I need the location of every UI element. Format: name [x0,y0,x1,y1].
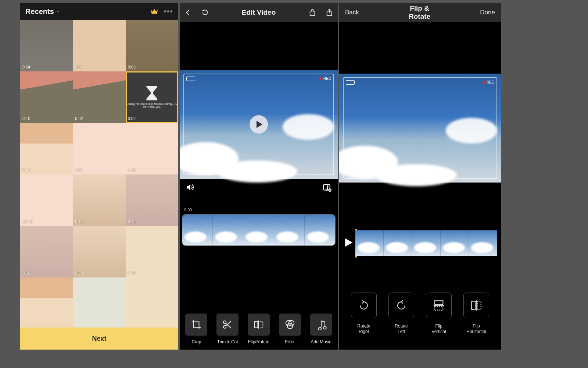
svg-rect-10 [435,301,443,304]
music-library-icon[interactable] [322,183,332,194]
more-icon[interactable]: ••• [164,7,173,16]
op-flip-horizontal[interactable]: FlipHorizontal [463,293,489,335]
media-thumb-selected[interactable]: Looking for record band Murdock. Kindly.… [126,71,178,123]
volume-icon[interactable] [186,183,195,194]
timeline-area [339,230,501,256]
flip-rotate-header: Back Flip & Rotate Done [339,3,501,22]
timeline-area: 0:00 [180,208,338,246]
svg-rect-0 [310,11,315,15]
rotate-right-icon [358,299,370,312]
tool-trim[interactable]: Trim & Cut [214,314,241,344]
tool-crop[interactable]: Crop [182,314,210,344]
svg-rect-12 [472,301,475,309]
timeline[interactable] [182,214,336,246]
crop-icon [191,319,202,330]
edit-header: Edit Video [180,3,338,22]
svg-rect-11 [435,307,443,310]
hourglass-icon [146,86,157,100]
crown-icon[interactable] [150,8,158,15]
rec-overlay: REC [343,77,497,179]
redo-icon[interactable] [201,8,209,17]
media-thumb[interactable]: 0:00 [73,226,125,277]
chevron-down-icon [56,10,60,13]
flip-rotate-ops: RotateRight RotateLeft FlipVertical Flip… [339,293,501,335]
video-preview[interactable]: REC [180,70,338,179]
back-icon[interactable] [184,8,192,17]
video-preview[interactable]: REC [339,74,501,183]
op-rotate-left[interactable]: RotateLeft [388,293,414,335]
battery-icon [346,80,355,85]
media-thumb[interactable]: 18:32 [20,174,73,226]
flip-icon [253,319,264,330]
flip-rotate-screen: Back Flip & Rotate Done REC [339,3,501,350]
bag-icon[interactable] [308,8,316,17]
media-thumb[interactable]: 8:00 [126,123,178,174]
play-button[interactable] [343,237,355,250]
flip-vertical-icon [433,299,445,312]
media-thumb[interactable]: 0:02 [126,20,178,71]
svg-rect-6 [255,321,258,328]
media-thumb[interactable]: 0:02 [73,71,125,123]
album-dropdown[interactable]: Recents [25,7,60,16]
timeline[interactable] [355,230,497,256]
rotate-left-icon [395,299,408,312]
tool-filter[interactable]: Filter [276,314,304,344]
media-thumb[interactable]: 0:14 [126,174,178,226]
media-thumb[interactable] [126,277,178,329]
next-button[interactable]: Next [20,328,178,350]
back-button[interactable]: Back [345,9,359,16]
selected-caption: Looking for record band Murdock. Kindly.… [126,103,178,109]
battery-icon [186,77,195,81]
op-rotate-right[interactable]: RotateRight [351,293,377,335]
edit-video-screen: Edit Video REC 0:00 [180,3,338,350]
flip-horizontal-icon [470,299,483,312]
screen-title: Edit Video [218,8,300,17]
media-thumb[interactable] [20,277,73,329]
rec-indicator: REC [483,80,494,84]
gallery-header: Recents ••• [20,3,178,20]
album-title: Recents [25,7,54,16]
svg-rect-13 [477,301,481,309]
media-thumb[interactable]: 0:03 [73,20,125,71]
tool-row: Crop Trim & Cut Flip/Rotate Filter Add M… [180,314,338,350]
media-thumb[interactable]: 8:32 [73,123,125,174]
media-thumb[interactable]: 0:11 [73,174,125,226]
media-thumb[interactable] [73,277,125,329]
media-thumb[interactable]: 0:15 [126,226,178,277]
media-thumb[interactable]: 0:43 [20,123,73,174]
media-thumb[interactable]: 0:10 [20,71,73,123]
done-button[interactable]: Done [480,9,495,16]
share-icon[interactable] [325,8,333,17]
timecode: 0:00 [182,208,336,212]
rec-indicator: REC [319,77,331,81]
tool-add-music[interactable]: Add Music [307,314,335,344]
music-icon [316,319,327,330]
play-button[interactable] [250,115,268,134]
screen-title: Flip & Rotate [409,4,430,21]
scissors-icon [222,319,233,330]
op-flip-vertical[interactable]: FlipVertical [426,293,452,335]
media-thumb[interactable]: 0:04 [20,20,73,71]
filter-icon [284,319,295,330]
media-grid: 0:04 0:03 0:02 0:10 0:02 Looking for rec… [20,20,178,329]
tool-flip-rotate[interactable]: Flip/Rotate [245,314,273,344]
gallery-picker-screen: Recents ••• 0:04 0:03 0:02 0:10 0:02 Loo… [20,3,178,350]
media-thumb[interactable]: 0:10 [20,226,73,277]
